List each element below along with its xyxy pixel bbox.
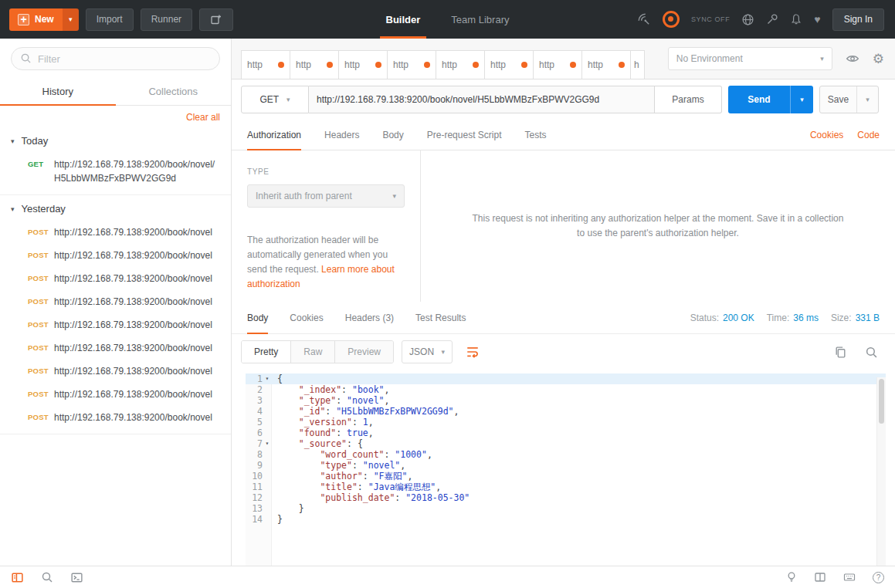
save-button-main[interactable]: Save	[820, 86, 856, 113]
code-line: 12 "publish_date": "2018-05-30"	[246, 492, 886, 503]
sync-dish-icon[interactable]	[637, 12, 651, 26]
scrollbar-thumb[interactable]	[879, 379, 884, 424]
history-item-url: http://192.168.79.138:9200/book/novel	[54, 411, 231, 424]
filter-input[interactable]	[11, 47, 220, 70]
cookies-link[interactable]: Cookies	[810, 130, 843, 140]
save-button[interactable]: Save ▾	[819, 86, 879, 113]
history-item-url: http://192.168.79.138:9200/book/novel/H5…	[54, 157, 231, 185]
code-text: "title": "Java编程思想",	[272, 482, 441, 492]
tab-history[interactable]: History	[0, 78, 116, 105]
clear-all-link[interactable]: Clear all	[186, 112, 220, 123]
response-tab-test-results[interactable]: Test Results	[415, 302, 466, 333]
history-item[interactable]: POSThttp://192.168.79.138:9200/book/nove…	[0, 244, 231, 267]
response-tab-body[interactable]: Body	[247, 302, 268, 333]
history-item[interactable]: GEThttp://192.168.79.138:9200/book/novel…	[0, 153, 231, 190]
code-line: 10 "author": "F嘉阳",	[246, 471, 886, 482]
code-editor[interactable]: 1▾{2 "_index": "book",3 "_type": "novel"…	[246, 373, 886, 566]
format-selector[interactable]: JSON ▾	[402, 340, 453, 363]
notifications-bell-icon[interactable]	[790, 13, 802, 25]
send-button-dropdown[interactable]: ▾	[790, 86, 813, 113]
new-button-dropdown[interactable]: ▾	[63, 8, 79, 31]
runner-button[interactable]: Runner	[141, 8, 192, 31]
support-heart-icon[interactable]: ♥	[814, 14, 820, 25]
method-selector[interactable]: GET ▾	[241, 86, 309, 113]
open-request-tab[interactable]: http	[533, 50, 582, 79]
history-item[interactable]: POSThttp://192.168.79.138:9200/book/nove…	[0, 383, 231, 406]
toggle-sidebar-icon[interactable]	[11, 571, 24, 584]
history-item[interactable]: POSThttp://192.168.79.138:9200/book/nove…	[0, 360, 231, 383]
open-request-tab[interactable]: http	[387, 50, 436, 79]
postman-logo-icon[interactable]	[663, 11, 680, 28]
request-editor-tab-body[interactable]: Body	[382, 120, 403, 150]
global-search-icon[interactable]	[41, 571, 53, 583]
history-item-url: http://192.168.79.138:9200/book/novel	[54, 341, 231, 355]
history-item[interactable]: POSThttp://192.168.79.138:9200/book/nove…	[0, 267, 231, 290]
request-editor-tab-tests[interactable]: Tests	[524, 120, 546, 150]
history-item[interactable]: POSThttp://192.168.79.138:9200/book/nove…	[0, 406, 231, 429]
tab-team-library[interactable]: Team Library	[436, 0, 524, 39]
environment-preview-eye-icon[interactable]	[845, 52, 860, 66]
import-button[interactable]: Import	[86, 8, 134, 31]
wrap-text-icon[interactable]	[466, 345, 480, 359]
search-response-icon[interactable]	[865, 346, 878, 359]
open-request-tab[interactable]: http	[241, 50, 290, 79]
two-pane-view-icon[interactable]	[814, 571, 826, 583]
environment-settings-gear-icon[interactable]: ⚙	[873, 52, 884, 66]
line-number: 6	[246, 427, 263, 438]
fold-toggle-icon[interactable]: ▾	[263, 438, 272, 449]
history-group-header[interactable]: ▾Today	[0, 127, 231, 153]
response-meta-item: Size:331 B	[831, 313, 880, 323]
interceptor-globe-icon[interactable]	[741, 13, 754, 26]
request-editor-tab-authorization[interactable]: Authorization	[247, 120, 301, 150]
open-request-tab[interactable]: http	[436, 50, 485, 79]
settings-wrench-icon[interactable]	[766, 13, 778, 25]
response-scrollbar[interactable]	[876, 377, 886, 566]
help-icon[interactable]: ?	[873, 572, 884, 583]
view-mode-pretty[interactable]: Pretty	[242, 341, 290, 363]
view-mode-preview[interactable]: Preview	[334, 341, 393, 363]
request-editor-tab-headers[interactable]: Headers	[324, 120, 359, 150]
environment-selector[interactable]: No Environment ▾	[668, 47, 832, 70]
url-input[interactable]	[309, 86, 655, 113]
new-button[interactable]: + New ▾	[9, 8, 79, 31]
params-button[interactable]: Params	[655, 86, 722, 113]
new-window-button[interactable]	[199, 8, 233, 31]
keyboard-shortcuts-icon[interactable]	[842, 571, 856, 583]
auth-type-value: Inherit auth from parent	[256, 191, 352, 201]
save-button-dropdown[interactable]: ▾	[856, 86, 878, 113]
code-line: 2 "_index": "book",	[246, 384, 886, 395]
sign-in-button[interactable]: Sign In	[832, 8, 884, 31]
console-icon[interactable]	[70, 571, 83, 584]
auth-type-selector[interactable]: Inherit auth from parent ▾	[247, 184, 405, 208]
send-button[interactable]: Send ▾	[728, 86, 813, 113]
code-link[interactable]: Code	[857, 130, 880, 140]
tab-builder[interactable]: Builder	[371, 0, 436, 39]
view-mode-raw[interactable]: Raw	[290, 341, 334, 363]
fold-toggle-icon[interactable]: ▾	[263, 373, 272, 384]
line-number: 11	[246, 482, 263, 492]
new-window-icon	[210, 13, 222, 25]
response-tab-cookies[interactable]: Cookies	[290, 302, 323, 333]
open-tabs-strip: httphttphttphttphttphttphttphttph No Env…	[232, 39, 895, 79]
history-item[interactable]: POSThttp://192.168.79.138:9200/book/nove…	[0, 313, 231, 336]
history-item[interactable]: POSThttp://192.168.79.138:9200/book/nove…	[0, 221, 231, 244]
open-request-tab-label: http	[490, 59, 506, 70]
code-line: 7▾ "_source": {	[246, 438, 886, 449]
history-item-method: GET	[28, 157, 54, 185]
plus-icon: +	[18, 14, 29, 25]
new-button-main[interactable]: + New	[9, 8, 63, 31]
tips-lightbulb-icon[interactable]	[785, 571, 798, 583]
copy-icon[interactable]	[834, 346, 847, 359]
history-group-header[interactable]: ▾Yesterday	[0, 195, 231, 221]
tab-collections[interactable]: Collections	[116, 78, 232, 105]
open-request-tab[interactable]: http	[581, 50, 631, 79]
send-button-main[interactable]: Send	[728, 86, 790, 113]
history-item[interactable]: POSThttp://192.168.79.138:9200/book/nove…	[0, 336, 231, 360]
history-item[interactable]: POSThttp://192.168.79.138:9200/book/nove…	[0, 290, 231, 313]
request-editor-tab-pre-request-script[interactable]: Pre-request Script	[427, 120, 502, 150]
open-request-tab[interactable]: http	[338, 50, 388, 79]
open-request-tab[interactable]: http	[290, 50, 339, 79]
open-request-tab[interactable]: h	[630, 50, 645, 79]
response-tab-headers-3-[interactable]: Headers (3)	[345, 302, 394, 333]
open-request-tab[interactable]: http	[484, 50, 534, 79]
